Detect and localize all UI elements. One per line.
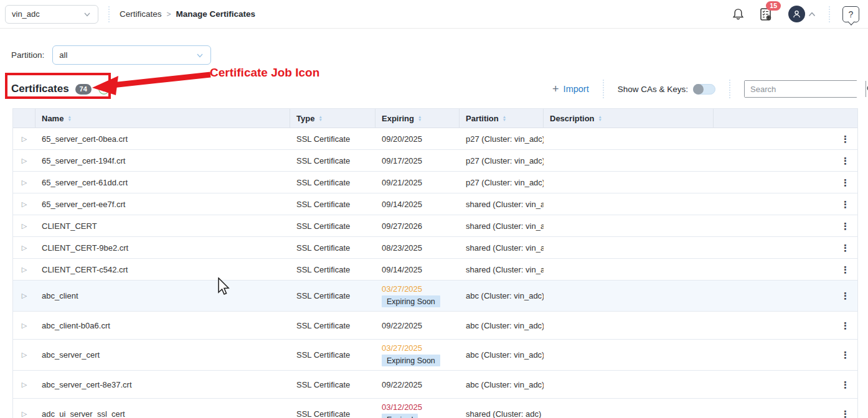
expand-row-icon[interactable]: ▷ [22,222,27,230]
partition-label: Partition: [11,50,44,60]
row-menu-button[interactable]: ⋮ [841,200,850,209]
breadcrumb-separator: > [167,10,171,19]
row-menu-button[interactable]: ⋮ [841,221,850,231]
row-menu-button[interactable]: ⋮ [841,350,850,360]
search-input[interactable] [745,81,866,97]
certificate-partition: abc (Cluster: vin_adc) [460,291,544,300]
show-cas-keys-toggle[interactable] [693,84,715,95]
column-header-type[interactable]: Type ▲▼ [290,109,375,128]
table-row[interactable]: ▷ adc_ui_server_ssl_cert SSL Certificate… [13,399,857,418]
certificate-type: SSL Certificate [290,156,375,165]
expiring-date: 03/12/2025 [382,402,422,412]
expand-row-icon[interactable]: ▷ [22,266,27,274]
row-menu-button[interactable]: ⋮ [841,134,850,144]
breadcrumb: Certificates > Manage Certificates [120,9,255,19]
help-icon: ? [849,9,854,19]
breadcrumb-parent[interactable]: Certificates [120,9,162,19]
certificate-name: 65_server_cert-61dd.crt [35,178,290,187]
sort-icon[interactable]: ▲▼ [418,115,422,122]
certificate-name: adc_ui_server_ssl_cert [35,409,290,418]
column-header-description[interactable]: Description ▲▼ [544,109,714,128]
status-badge: Expiring Soon [382,355,440,366]
search-button[interactable] [866,81,868,97]
expand-row-icon[interactable]: ▷ [22,179,27,187]
column-header-partition[interactable]: Partition ▲▼ [460,109,544,128]
sort-icon[interactable]: ▲▼ [598,115,602,122]
instance-selector[interactable]: vin_adc [5,5,98,24]
certificate-name: CLIENT_CERT [35,221,290,231]
row-menu-button[interactable]: ⋮ [841,380,850,389]
row-menu-button[interactable]: ⋮ [841,156,850,165]
sort-icon[interactable]: ▲▼ [67,115,71,122]
annotation-label: Certificate Job Icon [210,66,319,80]
expiring-date: 09/17/2025 [382,156,422,165]
row-menu-button[interactable]: ⋮ [841,321,850,330]
row-menu-button[interactable]: ⋮ [841,243,850,253]
breadcrumb-current: Manage Certificates [176,9,256,19]
table-body: ▷ 65_server_cert-0bea.crt SSL Certificat… [13,128,857,418]
certificate-partition: shared (Cluster: vin_a... [460,265,544,274]
row-menu-button[interactable]: ⋮ [841,265,850,274]
user-icon [791,9,802,19]
certificate-name: 65_server_cert-194f.crt [35,156,290,165]
expiring-date: 09/14/2025 [382,265,422,274]
certificates-table: Name ▲▼ Type ▲▼ Expiring ▲▼ Partition ▲▼… [12,108,858,418]
column-header-expiring[interactable]: Expiring ▲▼ [375,109,460,128]
table-row[interactable]: ▷ CLIENT_CERT-9be2.crt SSL Certificate 0… [13,237,857,259]
partition-select[interactable]: all [52,45,211,65]
divider [729,80,730,98]
table-row[interactable]: ▷ 65_server_cert-194f.crt SSL Certificat… [13,150,857,172]
toggle-knob [693,84,704,95]
row-menu-button[interactable]: ⋮ [841,178,850,187]
certificate-type: SSL Certificate [290,243,375,253]
expand-row-icon[interactable]: ▷ [22,410,27,418]
certificate-partition: shared (Cluster: adc) [460,409,544,418]
column-header-name[interactable]: Name ▲▼ [35,109,290,128]
expand-row-icon[interactable]: ▷ [22,381,27,389]
certificate-job-status-icon[interactable] [98,83,110,95]
instance-selector-value: vin_adc [12,9,40,19]
table-row[interactable]: ▷ 65_server_cert-0bea.crt SSL Certificat… [13,128,857,150]
table-row[interactable]: ▷ abc_server_cert-8e37.crt SSL Certifica… [13,371,857,399]
chevron-up-icon [808,11,816,18]
expiring-date: 09/22/2025 [382,321,422,330]
certificate-partition: p27 (Cluster: vin_adc) [460,134,544,144]
sort-icon[interactable]: ▲▼ [318,115,322,122]
expiring-date: 03/27/2025 [382,343,422,353]
certificate-type: SSL Certificate [290,221,375,231]
divider [829,6,830,22]
expand-row-icon[interactable]: ▷ [22,351,27,359]
table-row[interactable]: ▷ CLIENT_CERT-c542.crt SSL Certificate 0… [13,259,857,281]
table-row[interactable]: ▷ 65_server_cert-61dd.crt SSL Certificat… [13,172,857,193]
notifications-bell-button[interactable] [732,7,745,21]
table-row[interactable]: ▷ CLIENT_CERT SSL Certificate 09/27/2026… [13,215,857,237]
expiring-date: 03/27/2025 [382,284,422,294]
expand-row-icon[interactable]: ▷ [22,292,27,300]
expand-row-icon[interactable]: ▷ [22,157,27,165]
user-menu-button[interactable] [788,6,816,22]
expiring-date: 09/20/2025 [382,134,422,144]
expand-row-icon[interactable]: ▷ [22,135,27,143]
show-cas-keys-label: Show CAs & Keys: [618,85,688,94]
expiring-date: 09/21/2025 [382,178,422,187]
import-button[interactable]: + Import [552,83,589,95]
chevron-down-icon [83,10,92,19]
certificate-name: abc_client [35,291,290,300]
expand-row-icon[interactable]: ▷ [22,200,27,208]
expand-row-icon[interactable]: ▷ [22,244,27,252]
sort-icon[interactable]: ▲▼ [502,115,506,122]
table-toolbar: Certificates 74 + Import Show CAs & Keys… [11,78,857,100]
table-row[interactable]: ▷ abc_client SSL Certificate 03/27/2025 … [13,281,857,312]
partition-select-value: all [59,50,67,60]
certificate-type: SSL Certificate [290,350,375,360]
jobs-tasks-button[interactable]: 15 [758,6,773,22]
row-menu-button[interactable]: ⋮ [841,409,850,418]
top-bar: vin_adc Certificates > Manage Certificat… [0,0,868,29]
expand-row-icon[interactable]: ▷ [22,322,27,330]
help-button[interactable]: ? [842,6,859,22]
actions-column-header [714,109,857,128]
row-menu-button[interactable]: ⋮ [841,291,850,300]
table-row[interactable]: ▷ abc_client-b0a6.crt SSL Certificate 09… [13,312,857,340]
table-row[interactable]: ▷ abc_server_cert SSL Certificate 03/27/… [13,340,857,371]
table-row[interactable]: ▷ 65_server_cert-ee7f.crt SSL Certificat… [13,193,857,215]
